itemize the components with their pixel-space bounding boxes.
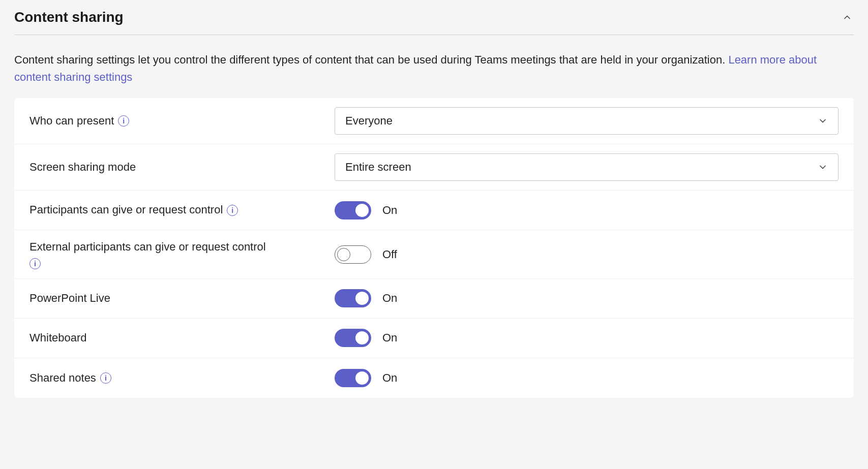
toggle-knob — [337, 248, 350, 261]
toggle-state-label: On — [382, 204, 397, 217]
whiteboard-label: Whiteboard — [29, 330, 87, 346]
settings-panel: Who can present i Everyone Screen sharin… — [14, 98, 854, 398]
row-participants-control: Participants can give or request control… — [14, 191, 854, 230]
external-participants-control-label: External participants can give or reques… — [29, 239, 266, 255]
toggle-state-label: On — [382, 292, 397, 305]
row-label-wrap: Who can present i — [29, 113, 335, 129]
collapse-toggle[interactable] — [841, 11, 854, 24]
row-who-can-present: Who can present i Everyone — [14, 98, 854, 144]
screen-sharing-mode-select[interactable]: Entire screen — [335, 153, 839, 181]
who-can-present-select[interactable]: Everyone — [335, 107, 839, 135]
row-label-wrap: Screen sharing mode — [29, 160, 335, 175]
toggle-state-label: On — [382, 331, 397, 345]
row-label-wrap: Whiteboard — [29, 330, 335, 346]
powerpoint-live-toggle[interactable] — [335, 289, 371, 307]
row-control: Off — [335, 245, 839, 264]
participants-control-label: Participants can give or request control — [29, 202, 223, 218]
row-control: On — [335, 201, 839, 220]
info-icon[interactable]: i — [227, 205, 238, 216]
select-value: Everyone — [345, 114, 393, 128]
row-shared-notes: Shared notes i On — [14, 358, 854, 398]
row-label-wrap: Shared notes i — [29, 370, 335, 386]
toggle-state-label: On — [382, 371, 397, 385]
row-control: Entire screen — [335, 153, 839, 181]
toggle-state-label: Off — [382, 248, 397, 261]
section-description-text: Content sharing settings let you control… — [14, 53, 728, 66]
shared-notes-toggle[interactable] — [335, 369, 371, 387]
who-can-present-label: Who can present — [29, 113, 114, 129]
toggle-knob — [355, 371, 369, 385]
row-label-wrap: Participants can give or request control… — [29, 202, 335, 218]
toggle-knob — [355, 292, 369, 305]
row-control: On — [335, 289, 839, 307]
row-screen-sharing-mode: Screen sharing mode Entire screen — [14, 144, 854, 191]
section-description: Content sharing settings let you control… — [14, 35, 854, 98]
row-control: On — [335, 369, 839, 387]
row-powerpoint-live: PowerPoint Live On — [14, 279, 854, 319]
chevron-up-icon — [842, 12, 852, 22]
chevron-down-icon — [818, 116, 828, 126]
powerpoint-live-label: PowerPoint Live — [29, 291, 110, 306]
row-label-wrap: External participants can give or reques… — [29, 239, 335, 269]
external-participants-control-toggle[interactable] — [335, 245, 371, 264]
info-icon[interactable]: i — [118, 115, 129, 127]
participants-control-toggle[interactable] — [335, 201, 371, 220]
chevron-down-icon — [818, 162, 828, 172]
section-header: Content sharing — [14, 9, 854, 35]
toggle-knob — [355, 331, 369, 345]
select-value: Entire screen — [345, 161, 411, 174]
toggle-knob — [355, 204, 369, 217]
screen-sharing-mode-label: Screen sharing mode — [29, 160, 136, 175]
section-title: Content sharing — [14, 9, 124, 25]
shared-notes-label: Shared notes — [29, 370, 96, 386]
row-whiteboard: Whiteboard On — [14, 319, 854, 358]
info-icon[interactable]: i — [100, 372, 111, 384]
row-label-wrap: PowerPoint Live — [29, 291, 335, 306]
info-icon[interactable]: i — [29, 258, 41, 269]
row-control: On — [335, 329, 839, 347]
whiteboard-toggle[interactable] — [335, 329, 371, 347]
row-control: Everyone — [335, 107, 839, 135]
row-external-participants-control: External participants can give or reques… — [14, 230, 854, 279]
